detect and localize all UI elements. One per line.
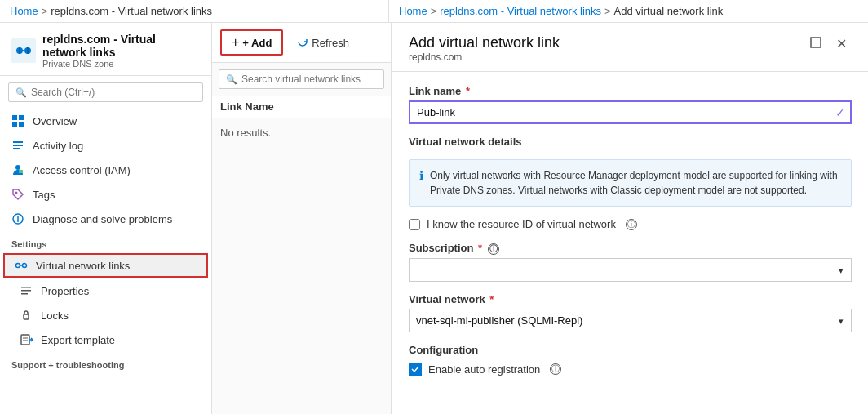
virtual-network-links-icon: [15, 259, 28, 272]
sidebar-label-overview: Overview: [33, 115, 77, 127]
svg-rect-7: [19, 115, 24, 120]
input-checkmark: ✓: [835, 106, 845, 119]
tags-icon: [11, 188, 24, 201]
refresh-icon: [297, 36, 308, 50]
virtual-network-select[interactable]: vnet-sql-mi-publisher (SQLMI-Repl): [409, 309, 852, 332]
info-box: ℹ Only virtual networks with Resource Ma…: [409, 159, 852, 207]
subscription-select-wrapper[interactable]: ▾: [409, 258, 852, 282]
configuration-section: Configuration Enable auto registration ⓘ: [409, 344, 852, 376]
sidebar-label-properties: Properties: [41, 285, 89, 297]
search-links-icon: 🔍: [226, 74, 237, 85]
subscription-select[interactable]: [409, 258, 852, 282]
svg-point-19: [16, 264, 20, 268]
support-section-label: Support + troubleshooting: [0, 352, 211, 373]
svg-rect-25: [24, 314, 29, 319]
info-box-text: Only virtual networks with Resource Mana…: [430, 168, 841, 198]
breadcrumb-sep2-right: >: [604, 5, 611, 17]
sidebar-item-access-control[interactable]: Access control (IAM): [0, 158, 211, 182]
sidebar-item-diagnose[interactable]: Diagnose and solve problems: [0, 207, 211, 231]
svg-rect-22: [21, 287, 31, 288]
subscription-label: Subscription * ⓘ: [409, 242, 852, 255]
sidebar-item-overview[interactable]: Overview: [0, 109, 211, 133]
subscription-info-icon: ⓘ: [488, 243, 499, 255]
link-name-input-wrapper[interactable]: ✓: [409, 100, 852, 124]
sidebar-search-icon: 🔍: [16, 87, 27, 98]
auto-registration-label[interactable]: Enable auto registration: [428, 363, 540, 376]
required-star-vnet: *: [487, 293, 494, 305]
sidebar-item-tags[interactable]: Tags: [0, 182, 211, 207]
sidebar-item-virtual-network-links[interactable]: Virtual network links: [3, 253, 208, 278]
sidebar-label-diagnose: Diagnose and solve problems: [33, 213, 172, 225]
sidebar-item-export-template[interactable]: Export template: [0, 327, 211, 352]
svg-point-20: [23, 264, 27, 268]
breadcrumb-home-right[interactable]: Home: [399, 5, 427, 17]
sidebar-label-virtual-network-links: Virtual network links: [36, 260, 130, 272]
no-results-text: No results.: [212, 118, 391, 147]
svg-rect-24: [21, 293, 28, 295]
maximize-button[interactable]: [805, 34, 826, 53]
virtual-network-select-wrapper[interactable]: vnet-sql-mi-publisher (SQLMI-Repl) ▾: [409, 309, 852, 332]
add-button[interactable]: + + Add: [220, 29, 283, 56]
breadcrumb-sep1-right: >: [431, 5, 437, 17]
add-panel-subtitle: repldns.com: [409, 51, 560, 63]
breadcrumb-page-left: repldns.com - Virtual network links: [51, 5, 212, 17]
resource-id-info-icon: ⓘ: [626, 219, 637, 230]
diagnose-icon: [11, 212, 24, 225]
sidebar-item-properties[interactable]: Properties: [0, 278, 211, 303]
sidebar-label-activity-log: Activity log: [33, 140, 83, 152]
resource-id-checkbox[interactable]: [409, 219, 420, 230]
link-name-field: Link name * ✓: [409, 85, 852, 124]
sidebar-subtitle: Private DNS zone: [42, 59, 200, 69]
link-name-label: Link name *: [409, 85, 852, 97]
sidebar-item-locks[interactable]: Locks: [0, 303, 211, 327]
sidebar-search-box[interactable]: 🔍: [8, 82, 203, 102]
svg-rect-30: [811, 38, 821, 47]
refresh-button[interactable]: Refresh: [288, 31, 358, 55]
resource-id-checkbox-label[interactable]: I know the resource ID of virtual networ…: [427, 218, 616, 230]
required-star-link-name: *: [463, 85, 470, 97]
auto-registration-info-icon: ⓘ: [550, 363, 561, 375]
export-template-icon: [20, 333, 33, 346]
sidebar-label-access-control: Access control (IAM): [33, 164, 131, 176]
auto-registration-row[interactable]: Enable auto registration ⓘ: [409, 363, 852, 376]
sidebar-title: repldns.com - Virtual network links: [42, 33, 200, 59]
subscription-field: Subscription * ⓘ ▾: [409, 242, 852, 282]
sidebar-label-tags: Tags: [33, 189, 55, 201]
virtual-network-label: Virtual network *: [409, 293, 852, 305]
breadcrumb-sep1-left: >: [42, 5, 48, 17]
breadcrumb-page-right[interactable]: repldns.com - Virtual network links: [440, 5, 601, 17]
svg-rect-10: [13, 141, 23, 143]
resource-id-checkbox-row[interactable]: I know the resource ID of virtual networ…: [409, 218, 852, 230]
svg-rect-23: [21, 290, 31, 292]
svg-rect-26: [21, 335, 29, 345]
activity-log-icon: [11, 139, 24, 152]
close-button[interactable]: ✕: [831, 34, 852, 53]
toolbar: + + Add Refresh: [212, 23, 391, 63]
svg-rect-11: [13, 145, 23, 146]
resource-icon: [11, 38, 36, 63]
sidebar-search-input[interactable]: [31, 87, 196, 98]
search-links-box[interactable]: 🔍: [219, 69, 384, 89]
svg-point-15: [16, 192, 18, 194]
breadcrumb-home-left[interactable]: Home: [10, 5, 38, 17]
virtual-network-field: Virtual network * vnet-sql-mi-publisher …: [409, 293, 852, 332]
svg-rect-6: [12, 115, 17, 120]
info-circle-icon: ℹ: [419, 169, 423, 182]
svg-point-13: [16, 165, 20, 170]
sidebar-item-activity-log[interactable]: Activity log: [0, 133, 211, 158]
vnet-details-section: Virtual network details: [409, 136, 852, 148]
breadcrumb-current-right: Add virtual network link: [614, 5, 724, 17]
add-panel-body: Link name * ✓ Virtual network details ℹ …: [392, 72, 868, 389]
link-name-input[interactable]: [409, 100, 852, 124]
right-breadcrumb: Home > repldns.com - Virtual network lin…: [389, 0, 868, 22]
overview-icon: [11, 114, 24, 127]
refresh-label: Refresh: [312, 37, 349, 49]
add-panel-title: Add virtual network link: [409, 34, 560, 51]
access-control-icon: [11, 163, 24, 176]
sidebar-label-export-template: Export template: [41, 334, 115, 346]
locks-icon: [20, 309, 33, 322]
search-links-input[interactable]: [241, 73, 377, 85]
settings-section-label: Settings: [0, 231, 211, 252]
sidebar-label-locks: Locks: [41, 309, 69, 322]
auto-registration-checkbox[interactable]: [409, 363, 422, 376]
